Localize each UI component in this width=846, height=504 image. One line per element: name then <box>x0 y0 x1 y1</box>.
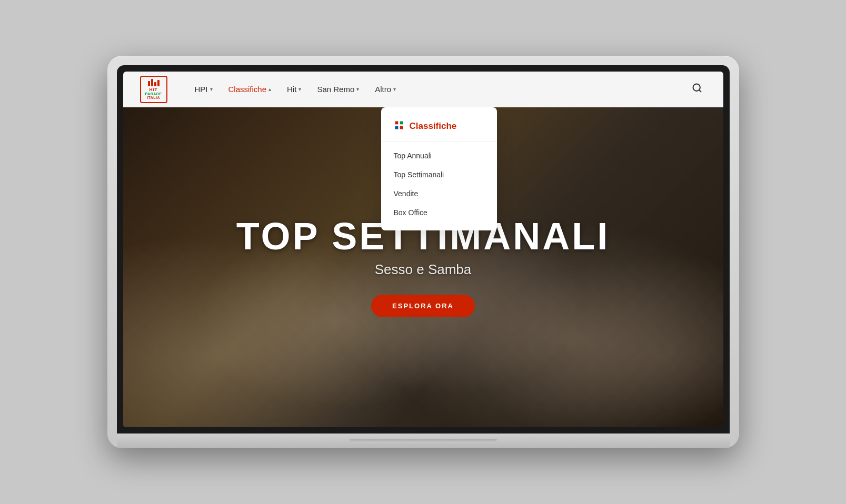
laptop-foot <box>350 439 497 443</box>
screen-bezel: HIT PARADE ITALIA HPI ▾ Classifiche ▴ <box>117 65 730 434</box>
chevron-up-icon: ▴ <box>268 86 271 92</box>
dropdown-item-vendite[interactable]: Vendite <box>381 184 497 203</box>
logo-bar-2 <box>151 79 153 86</box>
nav-item-san-remo[interactable]: San Remo ▾ <box>311 80 365 98</box>
nav-item-hit[interactable]: Hit ▾ <box>281 80 307 98</box>
laptop-screen: HIT PARADE ITALIA HPI ▾ Classifiche ▴ <box>123 72 723 428</box>
logo-bar-3 <box>154 82 156 86</box>
logo-bar-4 <box>157 80 160 86</box>
logo-bar-1 <box>148 81 150 86</box>
logo-box: HIT PARADE ITALIA <box>140 76 167 103</box>
logo-bars <box>148 79 160 86</box>
svg-rect-4 <box>395 126 398 129</box>
search-icon <box>692 83 702 93</box>
svg-line-1 <box>699 90 701 92</box>
dropdown-title: Classifiche <box>410 121 457 132</box>
grid-icon <box>394 120 404 130</box>
nav-menu: HPI ▾ Classifiche ▴ Hit ▾ San Remo <box>188 80 688 98</box>
search-button[interactable] <box>688 78 706 100</box>
site-wrapper: HIT PARADE ITALIA HPI ▾ Classifiche ▴ <box>123 72 723 428</box>
dropdown-menu: Classifiche Top Annuali Top Settimanali … <box>381 107 497 230</box>
svg-rect-3 <box>400 121 403 124</box>
svg-rect-2 <box>395 121 398 124</box>
nav-item-altro[interactable]: Altro ▾ <box>369 80 402 98</box>
laptop-bottom-bar <box>117 434 730 448</box>
logo-text-hit: HIT <box>150 87 158 92</box>
svg-rect-5 <box>400 126 403 129</box>
dropdown-header: Classifiche <box>381 118 497 142</box>
chevron-down-icon: ▾ <box>356 86 359 92</box>
dropdown-item-box-office[interactable]: Box Office <box>381 203 497 222</box>
nav-item-classifiche[interactable]: Classifiche ▴ <box>222 80 278 98</box>
dropdown-item-top-settimanali[interactable]: Top Settimanali <box>381 165 497 184</box>
chevron-down-icon: ▾ <box>393 86 396 92</box>
nav-item-hpi[interactable]: HPI ▾ <box>188 80 219 98</box>
dropdown-overlay: Classifiche Top Annuali Top Settimanali … <box>123 107 723 428</box>
logo-text-italia: ITALIA <box>147 96 160 99</box>
chevron-down-icon: ▾ <box>298 86 301 92</box>
navbar: HIT PARADE ITALIA HPI ▾ Classifiche ▴ <box>123 72 723 107</box>
laptop-frame: HIT PARADE ITALIA HPI ▾ Classifiche ▴ <box>107 56 739 449</box>
chevron-down-icon: ▾ <box>210 86 213 92</box>
dropdown-item-top-annuali[interactable]: Top Annuali <box>381 146 497 165</box>
logo-text-parade: PARADE <box>145 92 162 96</box>
site-logo[interactable]: HIT PARADE ITALIA <box>140 76 167 103</box>
dropdown-grid-icon <box>394 120 404 133</box>
